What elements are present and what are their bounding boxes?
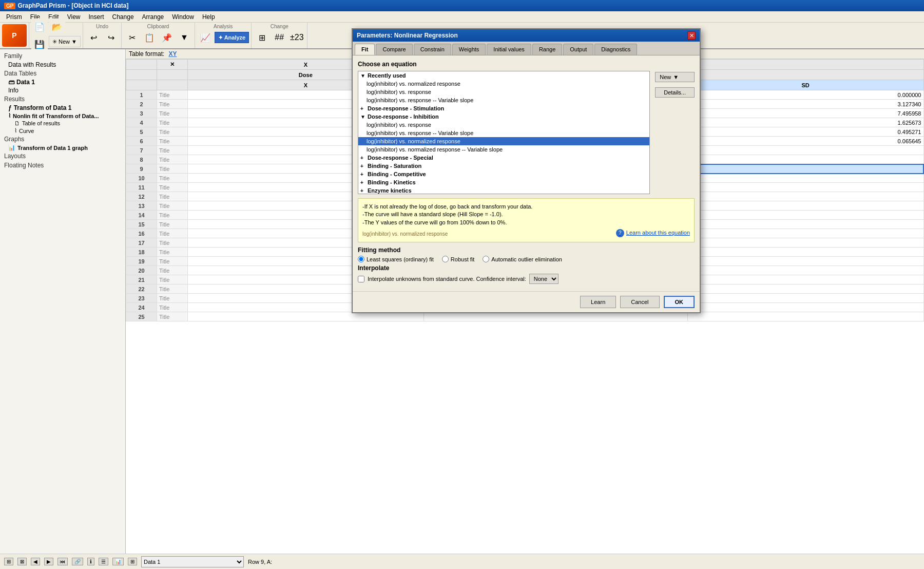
cell-sd[interactable] — [687, 164, 923, 174]
tree-item-log-resp2[interactable]: log(inhibitor) vs. response — [358, 121, 649, 129]
tree-item-log-norm2-selected[interactable]: log(inhibitor) vs. normalized response — [358, 137, 649, 145]
menu-insert[interactable]: Insert — [85, 12, 108, 22]
sidebar-subitem-curve[interactable]: ⌇ Curve — [0, 127, 125, 135]
cut-btn[interactable]: ✂ — [124, 29, 140, 46]
tree-item-log-resp1[interactable]: log(inhibitor) vs. response — [358, 88, 649, 96]
sidebar-item-info[interactable]: Info — [0, 86, 125, 94]
radio-auto-outlier[interactable]: Automatic outlier elimination — [483, 256, 562, 262]
sidebar-item-nonlin[interactable]: ⌇ Nonlin fit of Transform of Data... — [0, 112, 125, 120]
cell-sd[interactable] — [687, 238, 923, 248]
menu-help[interactable]: Help — [198, 12, 219, 22]
tab-diagnostics[interactable]: Diagnostics — [594, 44, 637, 55]
link-btn[interactable]: 🔗 — [72, 558, 83, 565]
confidence-interval-dropdown[interactable]: None — [529, 274, 559, 284]
copy-btn[interactable]: 📋 — [141, 29, 158, 46]
tab-initial-values[interactable]: Initial values — [487, 44, 531, 55]
tree-dose-inhib[interactable]: ▼ Dose-response - Inhibition — [358, 112, 649, 121]
menu-window[interactable]: Window — [168, 12, 198, 22]
tree-enzyme-kin[interactable]: + Enzyme kinetics — [358, 186, 649, 194]
cell-sd[interactable] — [687, 312, 923, 321]
redo-btn[interactable]: ↪ — [103, 29, 119, 46]
interpolate-checkbox[interactable] — [358, 276, 364, 282]
tree-recently-used[interactable]: ▼ Recently used — [358, 71, 649, 80]
chart-btn[interactable]: 📊 — [112, 558, 124, 565]
cell-sd[interactable] — [687, 303, 923, 312]
nav-fwd-btn[interactable]: ⏮ — [57, 558, 68, 565]
tree-binding-comp[interactable]: + Binding - Competitive — [358, 170, 649, 178]
grid-btn[interactable]: ⊞ — [128, 558, 137, 565]
undo-btn[interactable]: ↩ — [85, 29, 102, 46]
graph-btn[interactable]: 📈 — [197, 29, 214, 46]
new-file-btn[interactable]: 📄 — [31, 18, 48, 35]
paste-dropdown-btn[interactable]: ▼ — [176, 29, 192, 46]
radio-least-squares[interactable]: Least squares (ordinary) fit — [358, 256, 434, 262]
learn-btn[interactable]: Learn — [580, 296, 616, 308]
cell-sd[interactable]: 7.495958 — [687, 109, 923, 118]
new-with-dropdown[interactable]: ✳ New ▼ — [49, 36, 81, 47]
cell-sd[interactable] — [687, 174, 923, 183]
sidebar-item-transform[interactable]: ƒ Transform of Data 1 — [0, 104, 125, 112]
cell-sd[interactable] — [687, 284, 923, 294]
status-btn-1[interactable]: ⊞ — [4, 558, 13, 565]
cell-x[interactable] — [188, 312, 424, 321]
tab-output[interactable]: Output — [563, 44, 593, 55]
cell-sd[interactable] — [687, 266, 923, 275]
sidebar-item-graph1[interactable]: 📊 Transform of Data 1 graph — [0, 144, 125, 151]
status-btn-2[interactable]: ⊠ — [17, 558, 27, 565]
tab-constrain[interactable]: Constrain — [414, 44, 451, 55]
sidebar-item-data1[interactable]: 🗃 Data 1 — [0, 78, 125, 86]
cell-sd[interactable] — [687, 146, 923, 155]
equation-tree[interactable]: ▼ Recently used log(inhibitor) vs. norma… — [358, 71, 650, 194]
cell-sd[interactable] — [687, 155, 923, 164]
tree-binding-sat[interactable]: + Binding - Saturation — [358, 162, 649, 170]
new-equation-btn[interactable]: New ▼ — [655, 72, 695, 82]
cell-mean[interactable] — [424, 312, 687, 321]
menu-change[interactable]: Change — [108, 12, 138, 22]
change-btn1[interactable]: ⊞ — [254, 29, 270, 46]
tree-dose-stim[interactable]: + Dose-response - Stimulation — [358, 104, 649, 112]
radio-robust-fit[interactable]: Robust fit — [442, 256, 474, 262]
cell-sd[interactable] — [687, 201, 923, 211]
nav-play-btn[interactable]: ▶ — [44, 558, 53, 565]
details-btn[interactable]: Details... — [655, 87, 695, 98]
cell-sd[interactable]: 0.000000 — [687, 90, 923, 100]
tree-binding-kin[interactable]: + Binding - Kinetics — [358, 178, 649, 186]
cell-sd[interactable] — [687, 192, 923, 201]
radio-robust-fit-input[interactable] — [442, 256, 449, 262]
menu-arrange[interactable]: Arrange — [138, 12, 168, 22]
tab-range[interactable]: Range — [532, 44, 562, 55]
radio-auto-outlier-input[interactable] — [483, 256, 489, 262]
change-btn3[interactable]: ±23 — [288, 29, 305, 46]
sheet-selector[interactable]: Data 1 — [141, 556, 244, 567]
cell-sd[interactable] — [687, 183, 923, 192]
tab-weights[interactable]: Weights — [452, 44, 486, 55]
menu-prism[interactable]: Prism — [2, 12, 26, 22]
list-btn[interactable]: ☰ — [99, 558, 108, 565]
open-btn[interactable]: 📂 — [49, 18, 65, 35]
cell-sd[interactable]: 1.625673 — [687, 118, 923, 127]
tree-dose-special[interactable]: + Dose-response - Special — [358, 154, 649, 162]
tree-item-log-norm1[interactable]: log(inhibitor) vs. normalized response — [358, 80, 649, 88]
cell-sd[interactable] — [687, 229, 923, 238]
info-btn[interactable]: ℹ — [87, 558, 94, 565]
cell-sd[interactable] — [687, 248, 923, 257]
cell-sd[interactable]: 0.495271 — [687, 127, 923, 137]
table-format-xy[interactable]: XY — [168, 50, 177, 58]
sidebar-item-data-with-results[interactable]: Data with Results — [0, 61, 125, 69]
cell-sd[interactable] — [687, 211, 923, 220]
cancel-btn[interactable]: Cancel — [620, 296, 659, 308]
radio-least-squares-input[interactable] — [358, 256, 364, 262]
tree-item-log-var2[interactable]: log(inhibitor) vs. response -- Variable … — [358, 129, 649, 137]
ok-btn[interactable]: OK — [664, 296, 695, 308]
cell-sd[interactable] — [687, 294, 923, 303]
sidebar-subitem-table-results[interactable]: 🗋 Table of results — [0, 120, 125, 127]
nav-back-btn[interactable]: ◀ — [31, 558, 40, 565]
analyze-btn[interactable]: ✦ Analyze — [215, 32, 249, 43]
learn-equation-link[interactable]: ? Learn about this equation — [616, 229, 690, 237]
change-btn2[interactable]: ## — [271, 29, 287, 46]
paste-btn[interactable]: 📌 — [159, 29, 175, 46]
cell-sd[interactable]: 3.127340 — [687, 100, 923, 109]
tree-item-log-var1[interactable]: log(inhibitor) vs. response -- Variable … — [358, 96, 649, 104]
tab-fit[interactable]: Fit — [355, 44, 375, 55]
tab-compare[interactable]: Compare — [376, 44, 412, 55]
